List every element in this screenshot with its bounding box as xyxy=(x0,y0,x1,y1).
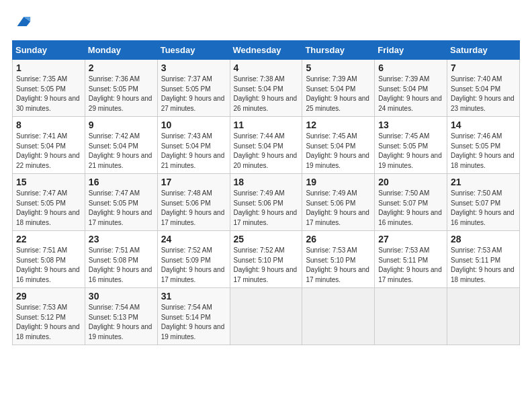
day-number: 3 xyxy=(161,62,226,73)
day-detail: Sunrise: 7:49 AMSunset: 5:06 PMDaylight:… xyxy=(234,189,298,226)
day-number: 19 xyxy=(306,177,371,187)
day-cell xyxy=(447,288,520,345)
week-row-1: 1Sunrise: 7:35 AMSunset: 5:05 PMDaylight… xyxy=(13,60,520,117)
day-detail: Sunrise: 7:50 AMSunset: 5:07 PMDaylight:… xyxy=(378,189,442,226)
day-cell: 7Sunrise: 7:40 AMSunset: 5:04 PMDaylight… xyxy=(447,60,520,117)
day-detail: Sunrise: 7:48 AMSunset: 5:06 PMDaylight:… xyxy=(161,189,225,226)
day-cell xyxy=(375,288,447,345)
day-detail: Sunrise: 7:53 AMSunset: 5:11 PMDaylight:… xyxy=(378,246,442,283)
weekday-header-tuesday: Tuesday xyxy=(157,41,230,60)
day-detail: Sunrise: 7:45 AMSunset: 5:05 PMDaylight:… xyxy=(378,132,442,169)
day-detail: Sunrise: 7:39 AMSunset: 5:04 PMDaylight:… xyxy=(306,75,369,112)
day-detail: Sunrise: 7:40 AMSunset: 5:04 PMDaylight:… xyxy=(451,75,515,112)
day-number: 13 xyxy=(378,120,443,130)
day-cell: 6Sunrise: 7:39 AMSunset: 5:04 PMDaylight… xyxy=(375,60,447,117)
day-detail: Sunrise: 7:45 AMSunset: 5:04 PMDaylight:… xyxy=(306,132,369,169)
logo-icon xyxy=(13,12,32,31)
day-number: 17 xyxy=(161,177,226,187)
day-detail: Sunrise: 7:47 AMSunset: 5:05 PMDaylight:… xyxy=(89,189,152,226)
day-number: 20 xyxy=(378,177,443,187)
day-cell: 16Sunrise: 7:47 AMSunset: 5:05 PMDayligh… xyxy=(85,174,157,231)
day-cell: 10Sunrise: 7:43 AMSunset: 5:04 PMDayligh… xyxy=(157,117,230,174)
day-number: 14 xyxy=(451,120,516,130)
calendar-table: SundayMondayTuesdayWednesdayThursdayFrid… xyxy=(12,40,520,345)
day-number: 6 xyxy=(378,62,443,73)
weekday-header-row: SundayMondayTuesdayWednesdayThursdayFrid… xyxy=(13,41,520,60)
day-detail: Sunrise: 7:46 AMSunset: 5:05 PMDaylight:… xyxy=(451,132,515,169)
day-number: 22 xyxy=(16,234,81,244)
day-cell: 30Sunrise: 7:54 AMSunset: 5:13 PMDayligh… xyxy=(85,288,157,345)
day-number: 5 xyxy=(306,62,371,73)
day-cell: 3Sunrise: 7:37 AMSunset: 5:05 PMDaylight… xyxy=(157,60,230,117)
weekday-header-sunday: Sunday xyxy=(13,41,85,60)
day-number: 4 xyxy=(234,62,299,73)
day-cell: 20Sunrise: 7:50 AMSunset: 5:07 PMDayligh… xyxy=(375,174,447,231)
weekday-header-thursday: Thursday xyxy=(302,41,375,60)
day-number: 21 xyxy=(451,177,516,187)
week-row-5: 29Sunrise: 7:53 AMSunset: 5:12 PMDayligh… xyxy=(13,288,520,345)
day-cell: 5Sunrise: 7:39 AMSunset: 5:04 PMDaylight… xyxy=(302,60,375,117)
day-cell: 8Sunrise: 7:41 AMSunset: 5:04 PMDaylight… xyxy=(13,117,85,174)
day-detail: Sunrise: 7:51 AMSunset: 5:08 PMDaylight:… xyxy=(16,246,80,283)
day-detail: Sunrise: 7:38 AMSunset: 5:04 PMDaylight:… xyxy=(234,75,298,112)
day-detail: Sunrise: 7:54 AMSunset: 5:13 PMDaylight:… xyxy=(89,304,152,340)
week-row-2: 8Sunrise: 7:41 AMSunset: 5:04 PMDaylight… xyxy=(13,117,520,174)
day-cell: 25Sunrise: 7:52 AMSunset: 5:10 PMDayligh… xyxy=(230,231,302,288)
day-detail: Sunrise: 7:53 AMSunset: 5:12 PMDaylight:… xyxy=(16,304,80,340)
day-number: 26 xyxy=(306,234,371,244)
day-number: 18 xyxy=(234,177,299,187)
day-cell: 29Sunrise: 7:53 AMSunset: 5:12 PMDayligh… xyxy=(13,288,85,345)
week-row-4: 22Sunrise: 7:51 AMSunset: 5:08 PMDayligh… xyxy=(13,231,520,288)
day-cell: 4Sunrise: 7:38 AMSunset: 5:04 PMDaylight… xyxy=(230,60,302,117)
day-number: 11 xyxy=(234,120,299,130)
day-number: 1 xyxy=(16,62,81,73)
day-number: 16 xyxy=(89,177,154,187)
day-cell xyxy=(230,288,302,345)
day-number: 24 xyxy=(161,234,226,244)
day-detail: Sunrise: 7:51 AMSunset: 5:08 PMDaylight:… xyxy=(89,246,152,283)
day-cell: 15Sunrise: 7:47 AMSunset: 5:05 PMDayligh… xyxy=(13,174,85,231)
day-cell: 27Sunrise: 7:53 AMSunset: 5:11 PMDayligh… xyxy=(375,231,447,288)
day-detail: Sunrise: 7:53 AMSunset: 5:10 PMDaylight:… xyxy=(306,246,369,283)
day-number: 30 xyxy=(89,291,154,302)
page: SundayMondayTuesdayWednesdayThursdayFrid… xyxy=(0,0,532,352)
day-number: 23 xyxy=(89,234,154,244)
day-number: 8 xyxy=(16,120,81,130)
day-number: 12 xyxy=(306,120,371,130)
day-number: 25 xyxy=(234,234,299,244)
logo xyxy=(12,12,32,34)
day-number: 27 xyxy=(378,234,443,244)
header xyxy=(12,12,520,34)
day-cell: 22Sunrise: 7:51 AMSunset: 5:08 PMDayligh… xyxy=(13,231,85,288)
day-cell: 24Sunrise: 7:52 AMSunset: 5:09 PMDayligh… xyxy=(157,231,230,288)
day-number: 31 xyxy=(161,291,226,302)
day-detail: Sunrise: 7:53 AMSunset: 5:11 PMDaylight:… xyxy=(451,246,515,283)
day-cell: 19Sunrise: 7:49 AMSunset: 5:06 PMDayligh… xyxy=(302,174,375,231)
day-number: 7 xyxy=(451,62,516,73)
weekday-header-saturday: Saturday xyxy=(447,41,520,60)
day-cell: 1Sunrise: 7:35 AMSunset: 5:05 PMDaylight… xyxy=(13,60,85,117)
day-detail: Sunrise: 7:52 AMSunset: 5:09 PMDaylight:… xyxy=(161,246,225,283)
day-number: 29 xyxy=(16,291,81,302)
day-detail: Sunrise: 7:54 AMSunset: 5:14 PMDaylight:… xyxy=(161,304,225,340)
day-detail: Sunrise: 7:44 AMSunset: 5:04 PMDaylight:… xyxy=(234,132,298,169)
day-detail: Sunrise: 7:37 AMSunset: 5:05 PMDaylight:… xyxy=(161,75,225,112)
day-detail: Sunrise: 7:50 AMSunset: 5:07 PMDaylight:… xyxy=(451,189,515,226)
weekday-header-monday: Monday xyxy=(85,41,157,60)
day-cell: 18Sunrise: 7:49 AMSunset: 5:06 PMDayligh… xyxy=(230,174,302,231)
day-cell: 21Sunrise: 7:50 AMSunset: 5:07 PMDayligh… xyxy=(447,174,520,231)
day-number: 10 xyxy=(161,120,226,130)
day-cell: 14Sunrise: 7:46 AMSunset: 5:05 PMDayligh… xyxy=(447,117,520,174)
day-cell: 12Sunrise: 7:45 AMSunset: 5:04 PMDayligh… xyxy=(302,117,375,174)
day-number: 15 xyxy=(16,177,81,187)
day-detail: Sunrise: 7:39 AMSunset: 5:04 PMDaylight:… xyxy=(378,75,442,112)
day-detail: Sunrise: 7:42 AMSunset: 5:04 PMDaylight:… xyxy=(89,132,152,169)
day-detail: Sunrise: 7:52 AMSunset: 5:10 PMDaylight:… xyxy=(234,246,298,283)
day-cell: 13Sunrise: 7:45 AMSunset: 5:05 PMDayligh… xyxy=(375,117,447,174)
day-cell: 23Sunrise: 7:51 AMSunset: 5:08 PMDayligh… xyxy=(85,231,157,288)
day-cell: 28Sunrise: 7:53 AMSunset: 5:11 PMDayligh… xyxy=(447,231,520,288)
day-detail: Sunrise: 7:41 AMSunset: 5:04 PMDaylight:… xyxy=(16,132,80,169)
weekday-header-wednesday: Wednesday xyxy=(230,41,302,60)
day-detail: Sunrise: 7:43 AMSunset: 5:04 PMDaylight:… xyxy=(161,132,225,169)
day-cell xyxy=(302,288,375,345)
